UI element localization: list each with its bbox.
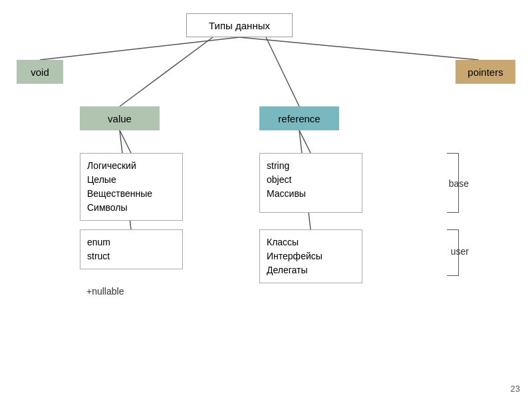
ref-base-content: stringobjectМассивы: [267, 160, 306, 199]
ref-user-content: КлассыИнтерфейсыДелегаты: [267, 237, 323, 275]
base-label: base: [449, 178, 469, 189]
value-base-box: ЛогическийЦелыеВещественныеСимволы: [80, 153, 183, 221]
ref-user-box: КлассыИнтерфейсыДелегаты: [259, 229, 362, 283]
value-base-content: ЛогическийЦелыеВещественныеСимволы: [87, 160, 152, 213]
svg-line-1: [239, 37, 479, 60]
nullable-label: +nullable: [86, 286, 124, 297]
pointers-label: pointers: [467, 66, 503, 78]
root-label: Типы данных: [209, 20, 270, 31]
value-user-box: enumstruct: [80, 229, 183, 269]
svg-line-2: [120, 37, 213, 106]
reference-label: reference: [278, 113, 320, 124]
value-user-content: enumstruct: [87, 237, 110, 261]
user-label: user: [451, 246, 469, 257]
ref-base-box: stringobjectМассивы: [259, 153, 362, 213]
value-node: value: [80, 106, 160, 130]
void-node: void: [17, 60, 63, 84]
svg-line-6: [299, 130, 311, 153]
value-label: value: [108, 113, 132, 124]
svg-line-3: [266, 37, 299, 106]
svg-line-0: [40, 37, 239, 60]
void-label: void: [31, 66, 49, 78]
svg-line-4: [120, 130, 131, 153]
reference-node: reference: [259, 106, 339, 130]
slide: Типы данных void pointers value referenc…: [0, 0, 532, 399]
root-node: Типы данных: [186, 13, 293, 37]
page-number: 23: [511, 384, 520, 394]
pointers-node: pointers: [456, 60, 515, 84]
